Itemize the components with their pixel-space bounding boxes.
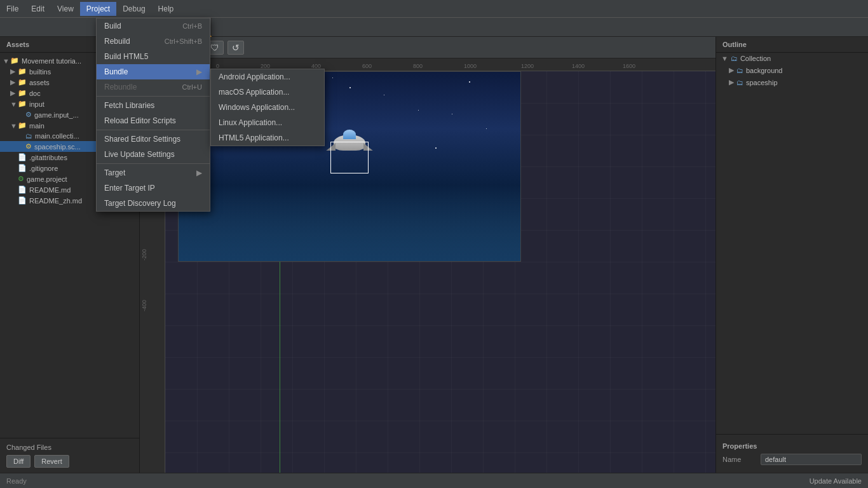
- arrow-icon: ▶: [10, 89, 18, 97]
- tree-label: builtins: [29, 68, 51, 76]
- menu-build[interactable]: Build Ctrl+B: [97, 18, 210, 34]
- revert-button[interactable]: Revert: [34, 455, 69, 468]
- star: [384, 95, 384, 95]
- menu-view[interactable]: View: [51, 2, 80, 16]
- menu-shortcut: Ctrl+B: [182, 22, 202, 30]
- menu-help[interactable]: Help: [152, 2, 180, 16]
- file-icon: 📄: [18, 196, 27, 205]
- spaceship-selection-box: [330, 142, 369, 173]
- star: [452, 114, 452, 114]
- diff-button[interactable]: Diff: [6, 455, 31, 468]
- folder-icon: 📁: [18, 100, 27, 108]
- menu-reload-editor-scripts[interactable]: Reload Editor Scripts: [97, 113, 210, 128]
- menu-divider: [97, 96, 210, 97]
- menu-item-label: macOS Application...: [219, 88, 289, 97]
- menu-shortcut: Ctrl+Shift+B: [165, 37, 202, 45]
- ruler-label-v4: -200: [141, 249, 147, 261]
- menu-item-label: Shared Editor Settings: [104, 135, 180, 144]
- outline-item-spaceship[interactable]: ▶ 🗂 spaceship: [716, 76, 868, 88]
- menu-item-label: Target Discovery Log: [104, 199, 176, 208]
- tree-label: .gitignore: [29, 165, 58, 172]
- arrow-icon: ▶: [10, 67, 18, 76]
- status-ready: Ready: [6, 477, 27, 485]
- menu-enter-target-ip[interactable]: Enter Target IP: [97, 180, 210, 196]
- menu-file[interactable]: File: [0, 2, 25, 16]
- outline-item-background[interactable]: ▶ 🗂 background: [716, 64, 868, 76]
- tree-label: doc: [29, 90, 41, 97]
- menu-build-html5[interactable]: Build HTML5: [97, 49, 210, 64]
- menu-html5-app[interactable]: HTML5 Application...: [211, 130, 324, 146]
- changed-files-header: Changed Files: [6, 444, 133, 451]
- menu-item-label: Reload Editor Scripts: [104, 116, 176, 125]
- menu-item-label: Rebundle: [104, 83, 137, 92]
- menu-live-update-settings[interactable]: Live Update Settings: [97, 147, 210, 162]
- outline-item-collection[interactable]: ▼ 🗂 Collection: [716, 53, 868, 64]
- sidebar-bottom: Changed Files Diff Revert: [0, 438, 139, 473]
- star: [418, 110, 419, 111]
- folder-icon: 📁: [18, 121, 27, 130]
- project-dropdown-menu: Build Ctrl+B Rebuild Ctrl+Shift+B Build …: [96, 18, 210, 212]
- menu-rebundle: Rebundle Ctrl+U: [97, 79, 210, 95]
- menu-item-label: Target: [104, 168, 125, 177]
- ruler-label: 600: [362, 63, 372, 69]
- star: [332, 78, 333, 78]
- menu-item-label: Rebuild: [104, 37, 130, 46]
- menu-rebuild[interactable]: Rebuild Ctrl+Shift+B: [97, 34, 210, 49]
- star: [486, 128, 487, 129]
- tree-label: Movement tutoria...: [22, 57, 81, 65]
- arrow-icon: ▼: [10, 100, 18, 108]
- arrow-icon: ▼: [721, 55, 728, 62]
- project-icon: ⚙: [18, 175, 24, 183]
- menu-target-discovery-log[interactable]: Target Discovery Log: [97, 196, 210, 211]
- right-panel: Outline ▼ 🗂 Collection ▶ 🗂 background ▶ …: [715, 37, 868, 473]
- tree-label: spaceship.sc...: [34, 143, 81, 151]
- collection-icon: 🗂: [736, 79, 743, 86]
- nebula: [179, 185, 520, 261]
- tree-label: game.input_...: [34, 111, 79, 119]
- menu-linux-app[interactable]: Linux Application...: [211, 115, 324, 130]
- ruler-label: 1200: [521, 63, 534, 69]
- tree-label: main.collecti...: [35, 132, 79, 140]
- tree-label: input: [29, 100, 44, 108]
- folder-icon: 📁: [10, 57, 19, 65]
- collection-icon: 🗂: [736, 67, 743, 74]
- menu-debug[interactable]: Debug: [116, 2, 151, 16]
- property-name-input[interactable]: [761, 454, 862, 465]
- arrow-icon: ▶: [729, 78, 734, 86]
- collection-icon: 🗂: [25, 132, 32, 140]
- folder-icon: 📁: [18, 78, 27, 86]
- status-update[interactable]: Update Available: [810, 477, 862, 485]
- arrow-icon: ▶: [729, 66, 734, 74]
- menu-bundle[interactable]: Bundle ▶: [97, 64, 210, 79]
- menu-edit[interactable]: Edit: [25, 2, 51, 16]
- menu-project[interactable]: Project: [80, 2, 116, 16]
- menu-windows-app[interactable]: Windows Application...: [211, 100, 324, 115]
- submenu-arrow-icon: ▶: [196, 67, 202, 76]
- menu-shared-editor-settings[interactable]: Shared Editor Settings: [97, 132, 210, 147]
- menu-fetch-libraries[interactable]: Fetch Libraries: [97, 98, 210, 113]
- menu-divider: [97, 163, 210, 164]
- folder-icon: 📁: [18, 67, 27, 76]
- menu-macos-app[interactable]: macOS Application...: [211, 85, 324, 100]
- tree-label: README.md: [29, 186, 71, 194]
- file-icon: ⚙: [25, 111, 32, 119]
- menu-target[interactable]: Target ▶: [97, 165, 210, 180]
- editor-toolbar: ⊕ ↻ ⊞ 🛡 ↺: [140, 37, 715, 58]
- outline-label: Collection: [740, 55, 771, 62]
- submenu-arrow-icon: ▶: [196, 168, 202, 177]
- star: [469, 81, 470, 83]
- outline-section: Outline ▼ 🗂 Collection ▶ 🗂 background ▶ …: [716, 37, 868, 435]
- snap-tool-button[interactable]: ↺: [227, 41, 244, 55]
- menu-item-label: Windows Application...: [219, 103, 295, 112]
- ruler-label-v5: -400: [141, 300, 147, 311]
- arrow-icon: ▼: [10, 122, 18, 130]
- menu-android-app[interactable]: Android Application...: [211, 69, 324, 85]
- tree-label: assets: [29, 79, 50, 86]
- menu-item-label: Enter Target IP: [104, 184, 155, 193]
- file-icon: 📄: [18, 153, 27, 161]
- properties-header: Properties: [722, 440, 862, 454]
- menu-item-label: Live Update Settings: [104, 150, 175, 159]
- menu-item-label: Bundle: [104, 67, 128, 76]
- properties-section: Properties Name: [716, 435, 868, 473]
- menu-shortcut: Ctrl+U: [182, 83, 202, 91]
